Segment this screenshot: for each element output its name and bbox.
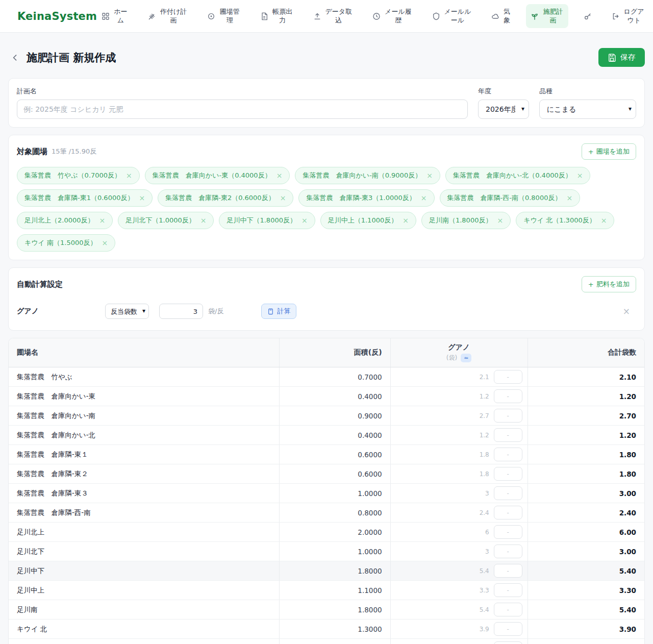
nav-item-mail-history[interactable]: メール履歴: [368, 4, 417, 29]
table-row: 足川中下 1.8000 5.4 5.40: [9, 561, 644, 581]
table-header-row: 圃場名 面積(反) グアノ (袋) ≃ 合計袋数: [9, 338, 644, 367]
nav-item-report-output[interactable]: 帳票出力: [256, 4, 298, 29]
field-name-cell: 集落営農 倉庫向かい-東: [9, 387, 279, 406]
field-name-cell: キウイ 北: [9, 620, 279, 638]
nav-label: 気象: [503, 8, 511, 25]
auto-calc-title: 自動計算設定: [17, 280, 63, 289]
header-fertilizer-name: グアノ: [448, 343, 470, 352]
fertilizer-cell: 3.9: [390, 620, 528, 638]
manual-amount-input[interactable]: [494, 603, 522, 616]
manual-amount-input[interactable]: [494, 389, 522, 403]
tag-close-icon[interactable]: ×: [577, 172, 583, 179]
save-button[interactable]: 保存: [598, 48, 645, 67]
tag-close-icon[interactable]: ×: [126, 172, 132, 179]
calc-method-select[interactable]: 反当袋数: [105, 304, 149, 319]
manual-amount-input[interactable]: [494, 370, 522, 384]
brand-logo: KeinaSystem: [17, 10, 97, 22]
nav-item-fertilization-plan[interactable]: 施肥計画: [526, 4, 568, 29]
add-fertilizer-button[interactable]: + 肥料を追加: [582, 276, 636, 292]
nav-item-data-import[interactable]: データ取込: [309, 4, 358, 29]
manual-amount-input[interactable]: [494, 409, 522, 423]
field-name-cell: 集落営農 倉庫向かい-北: [9, 426, 279, 444]
variety-select[interactable]: にこまる: [539, 100, 636, 119]
year-select[interactable]: 2026年度: [478, 100, 529, 119]
tag-close-icon[interactable]: ×: [566, 194, 572, 202]
table-row: 集落営農 倉庫隣-西-南 0.8000 2.4 2.40: [9, 503, 644, 523]
auto-calc-value: 6: [485, 529, 489, 536]
bags-per-tan-input[interactable]: [159, 304, 203, 319]
approx-toggle-badge[interactable]: ≃: [461, 354, 471, 362]
nav-label: 作付け計画: [160, 8, 188, 25]
key-icon: [584, 12, 592, 20]
fertilizer-cell: 2.1: [390, 367, 528, 386]
field-tag: 集落営農 倉庫隣-東3（1.0000反） ×: [298, 189, 434, 207]
fertilizer-cell: 2.7: [390, 406, 528, 425]
field-name-cell: 足川中上: [9, 581, 279, 600]
nav-item-password-key[interactable]: [579, 9, 596, 24]
fertilizer-cell: 4.5: [390, 639, 528, 644]
field-name-cell: 足川南: [9, 600, 279, 619]
remove-fertilizer-icon[interactable]: ×: [623, 306, 630, 316]
nav-label: 施肥計画: [542, 8, 564, 25]
tag-close-icon[interactable]: ×: [139, 194, 145, 202]
tag-close-icon[interactable]: ×: [99, 217, 106, 224]
nav-label: ログアウト: [623, 8, 645, 25]
variety-group: 品種 にこまる ▾: [539, 87, 636, 119]
area-cell: 1.3000: [279, 620, 390, 638]
add-field-button-label: 圃場を追加: [596, 147, 630, 156]
header-area: 面積(反): [279, 338, 390, 367]
field-tag: 足川中上（1.1000反） ×: [320, 212, 416, 229]
back-button[interactable]: [8, 51, 22, 65]
tag-close-icon[interactable]: ×: [200, 217, 207, 224]
plan-name-label: 計画名: [17, 87, 468, 96]
field-tag: 足川南（1.8000反） ×: [421, 212, 511, 229]
nav-item-weather[interactable]: 気象: [487, 4, 515, 29]
table-row: キウイ 北 1.3000 3.9 3.90: [9, 620, 644, 639]
manual-amount-input[interactable]: [494, 506, 522, 519]
manual-amount-input[interactable]: [494, 448, 522, 461]
main-content: 施肥計画 新規作成 保存 計画名 年度 2026年度 ▾ 品種 にこまる: [0, 33, 653, 644]
area-cell: 0.4000: [279, 426, 390, 444]
manual-amount-input[interactable]: [494, 467, 522, 481]
tag-close-icon[interactable]: ×: [102, 239, 108, 246]
field-tag: キウイ 北（1.3000反） ×: [516, 212, 614, 229]
manual-amount-input[interactable]: [494, 525, 522, 539]
calculate-button[interactable]: 計算: [261, 304, 296, 319]
field-tag-label: 足川南（1.8000反）: [429, 216, 492, 225]
nav-item-mail-rules[interactable]: メールルール: [428, 4, 476, 29]
table-row: 集落営農 倉庫隣-東１ 0.6000 1.8 1.80: [9, 445, 644, 464]
row-total-cell: 1.80: [528, 464, 644, 483]
manual-amount-input[interactable]: [494, 641, 522, 644]
nav-item-field-management[interactable]: 圃場管理: [203, 4, 245, 29]
tag-close-icon[interactable]: ×: [426, 172, 433, 179]
auto-calc-value: 3: [485, 490, 489, 497]
manual-amount-input[interactable]: [494, 428, 522, 442]
tag-close-icon[interactable]: ×: [280, 194, 286, 202]
manual-amount-input[interactable]: [494, 583, 522, 597]
manual-amount-input[interactable]: [494, 544, 522, 558]
tag-close-icon[interactable]: ×: [302, 217, 308, 224]
nav-item-home[interactable]: ホーム: [97, 4, 133, 29]
row-total-cell: 3.30: [528, 581, 644, 600]
nav-item-planting-plan[interactable]: 作付け計画: [143, 4, 192, 29]
field-tag-label: 足川北上（2.0000反）: [24, 216, 94, 225]
tag-close-icon[interactable]: ×: [601, 217, 607, 224]
plan-name-input[interactable]: [17, 100, 468, 119]
manual-amount-input[interactable]: [494, 622, 522, 636]
tag-close-icon[interactable]: ×: [277, 172, 283, 179]
tag-close-icon[interactable]: ×: [497, 217, 503, 224]
tag-close-icon[interactable]: ×: [421, 194, 427, 202]
auto-calc-value: 2.1: [480, 374, 489, 381]
wheat-icon: [148, 12, 156, 20]
manual-amount-input[interactable]: [494, 564, 522, 578]
table-row: 集落営農 倉庫隣-東３ 1.0000 3 3.00: [9, 484, 644, 503]
row-total-cell: 6.00: [528, 523, 644, 541]
calculator-icon: [267, 308, 274, 315]
top-nav: KeinaSystem ホーム 作付け計画 圃場管理 帳票出力 データ取込 メー…: [0, 0, 653, 33]
manual-amount-input[interactable]: [494, 486, 522, 500]
tag-close-icon[interactable]: ×: [403, 217, 409, 224]
add-field-button[interactable]: + 圃場を追加: [582, 143, 636, 160]
year-label: 年度: [478, 87, 529, 96]
nav-item-logout[interactable]: ログアウト: [607, 4, 649, 29]
row-total-cell: 4.50: [528, 639, 644, 644]
